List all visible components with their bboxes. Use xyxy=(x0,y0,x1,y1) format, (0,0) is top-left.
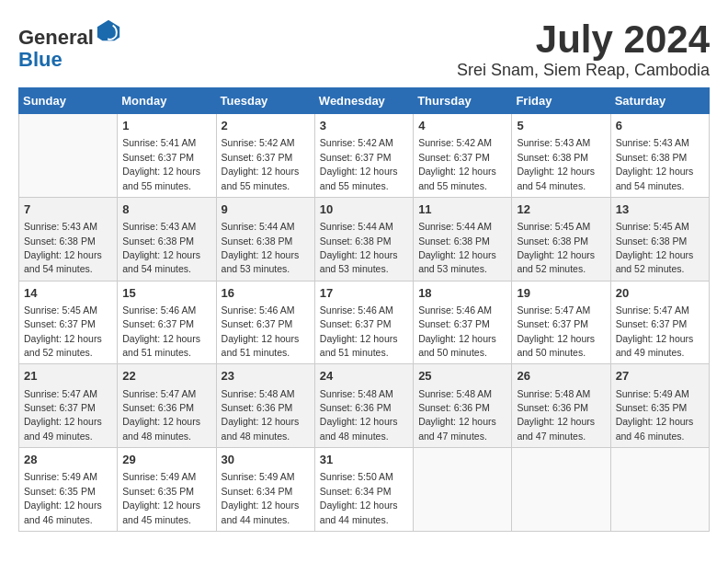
day-number: 17 xyxy=(320,285,408,302)
day-number: 19 xyxy=(517,285,605,302)
day-number: 2 xyxy=(222,118,310,134)
day-info: Sunrise: 5:49 AMSunset: 6:35 PMDaylight:… xyxy=(24,471,102,524)
table-row: 31 Sunrise: 5:50 AMSunset: 6:34 PMDaylig… xyxy=(314,448,413,532)
day-info: Sunrise: 5:44 AMSunset: 6:38 PMDaylight:… xyxy=(418,221,496,274)
day-number: 4 xyxy=(418,118,506,134)
day-info: Sunrise: 5:41 AMSunset: 6:37 PMDaylight:… xyxy=(122,137,200,190)
month-title: July 2024 xyxy=(457,18,710,61)
day-info: Sunrise: 5:49 AMSunset: 6:34 PMDaylight:… xyxy=(222,471,300,524)
table-row: 5 Sunrise: 5:43 AMSunset: 6:38 PMDayligh… xyxy=(512,114,610,198)
logo-icon xyxy=(96,18,121,44)
weekday-monday: Monday xyxy=(118,88,216,114)
day-number: 7 xyxy=(24,201,112,218)
table-row xyxy=(610,448,709,532)
day-number: 24 xyxy=(320,368,408,385)
calendar-week-5: 28 Sunrise: 5:49 AMSunset: 6:35 PMDaylig… xyxy=(19,448,710,532)
day-info: Sunrise: 5:47 AMSunset: 6:36 PMDaylight:… xyxy=(122,388,200,442)
title-block: July 2024 Srei Snam, Siem Reap, Cambodia xyxy=(457,18,710,80)
day-number: 31 xyxy=(320,452,408,468)
table-row: 17 Sunrise: 5:46 AMSunset: 6:37 PMDaylig… xyxy=(314,281,413,364)
day-number: 23 xyxy=(222,368,310,385)
day-info: Sunrise: 5:44 AMSunset: 6:38 PMDaylight:… xyxy=(222,221,300,274)
table-row: 14 Sunrise: 5:45 AMSunset: 6:37 PMDaylig… xyxy=(19,281,118,364)
table-row: 24 Sunrise: 5:48 AMSunset: 6:36 PMDaylig… xyxy=(314,364,413,448)
table-row xyxy=(414,448,512,532)
table-row: 30 Sunrise: 5:49 AMSunset: 6:34 PMDaylig… xyxy=(216,448,314,532)
day-number: 14 xyxy=(24,285,112,302)
logo-blue: Blue xyxy=(18,48,63,71)
table-row: 25 Sunrise: 5:48 AMSunset: 6:36 PMDaylig… xyxy=(414,364,512,448)
table-row: 6 Sunrise: 5:43 AMSunset: 6:38 PMDayligh… xyxy=(610,114,709,198)
weekday-friday: Friday xyxy=(512,88,610,114)
day-info: Sunrise: 5:45 AMSunset: 6:38 PMDaylight:… xyxy=(616,221,694,274)
day-number: 30 xyxy=(222,452,310,468)
logo: General Blue xyxy=(18,18,121,71)
day-number: 6 xyxy=(616,118,704,134)
table-row: 12 Sunrise: 5:45 AMSunset: 6:38 PMDaylig… xyxy=(512,197,610,281)
day-info: Sunrise: 5:42 AMSunset: 6:37 PMDaylight:… xyxy=(320,137,398,190)
day-number: 15 xyxy=(122,285,210,302)
day-info: Sunrise: 5:49 AMSunset: 6:35 PMDaylight:… xyxy=(122,471,200,524)
table-row: 26 Sunrise: 5:48 AMSunset: 6:36 PMDaylig… xyxy=(512,364,610,448)
day-number: 16 xyxy=(222,285,310,302)
day-info: Sunrise: 5:48 AMSunset: 6:36 PMDaylight:… xyxy=(222,388,300,442)
day-info: Sunrise: 5:50 AMSunset: 6:34 PMDaylight:… xyxy=(320,471,398,524)
calendar-week-1: 1 Sunrise: 5:41 AMSunset: 6:37 PMDayligh… xyxy=(19,114,710,198)
day-info: Sunrise: 5:46 AMSunset: 6:37 PMDaylight:… xyxy=(320,304,398,358)
day-info: Sunrise: 5:43 AMSunset: 6:38 PMDaylight:… xyxy=(616,137,694,190)
table-row: 20 Sunrise: 5:47 AMSunset: 6:37 PMDaylig… xyxy=(610,281,709,364)
day-info: Sunrise: 5:42 AMSunset: 6:37 PMDaylight:… xyxy=(418,137,496,190)
calendar-week-2: 7 Sunrise: 5:43 AMSunset: 6:38 PMDayligh… xyxy=(19,197,710,281)
day-number: 20 xyxy=(616,285,704,302)
table-row: 3 Sunrise: 5:42 AMSunset: 6:37 PMDayligh… xyxy=(314,114,413,198)
day-info: Sunrise: 5:48 AMSunset: 6:36 PMDaylight:… xyxy=(517,388,595,442)
day-number: 13 xyxy=(616,201,704,218)
day-info: Sunrise: 5:44 AMSunset: 6:38 PMDaylight:… xyxy=(320,221,398,274)
weekday-header-row: SundayMondayTuesdayWednesdayThursdayFrid… xyxy=(19,88,710,114)
table-row: 9 Sunrise: 5:44 AMSunset: 6:38 PMDayligh… xyxy=(216,197,314,281)
weekday-tuesday: Tuesday xyxy=(216,88,314,114)
day-info: Sunrise: 5:47 AMSunset: 6:37 PMDaylight:… xyxy=(517,304,595,358)
day-number: 21 xyxy=(24,368,112,385)
day-number: 18 xyxy=(418,285,506,302)
table-row: 15 Sunrise: 5:46 AMSunset: 6:37 PMDaylig… xyxy=(118,281,216,364)
day-number: 11 xyxy=(418,201,506,218)
table-row: 4 Sunrise: 5:42 AMSunset: 6:37 PMDayligh… xyxy=(414,114,512,198)
day-info: Sunrise: 5:49 AMSunset: 6:35 PMDaylight:… xyxy=(616,388,694,442)
table-row: 27 Sunrise: 5:49 AMSunset: 6:35 PMDaylig… xyxy=(610,364,709,448)
weekday-sunday: Sunday xyxy=(19,88,118,114)
day-number: 27 xyxy=(616,368,704,385)
day-info: Sunrise: 5:46 AMSunset: 6:37 PMDaylight:… xyxy=(122,304,200,358)
day-info: Sunrise: 5:48 AMSunset: 6:36 PMDaylight:… xyxy=(418,388,496,442)
table-row xyxy=(512,448,610,532)
table-row: 7 Sunrise: 5:43 AMSunset: 6:38 PMDayligh… xyxy=(19,197,118,281)
day-info: Sunrise: 5:43 AMSunset: 6:38 PMDaylight:… xyxy=(517,137,595,190)
location-title: Srei Snam, Siem Reap, Cambodia xyxy=(457,61,710,80)
day-info: Sunrise: 5:43 AMSunset: 6:38 PMDaylight:… xyxy=(24,221,102,274)
day-info: Sunrise: 5:45 AMSunset: 6:38 PMDaylight:… xyxy=(517,221,595,274)
day-info: Sunrise: 5:43 AMSunset: 6:38 PMDaylight:… xyxy=(122,221,200,274)
day-info: Sunrise: 5:47 AMSunset: 6:37 PMDaylight:… xyxy=(616,304,694,358)
day-number: 28 xyxy=(24,452,112,468)
day-info: Sunrise: 5:46 AMSunset: 6:37 PMDaylight:… xyxy=(418,304,496,358)
day-info: Sunrise: 5:42 AMSunset: 6:37 PMDaylight:… xyxy=(222,137,300,190)
day-number: 1 xyxy=(122,118,210,134)
weekday-saturday: Saturday xyxy=(610,88,709,114)
table-row xyxy=(19,114,118,198)
page-header: General Blue July 2024 Srei Snam, Siem R… xyxy=(18,18,710,80)
table-row: 21 Sunrise: 5:47 AMSunset: 6:37 PMDaylig… xyxy=(19,364,118,448)
day-number: 22 xyxy=(122,368,210,385)
day-info: Sunrise: 5:47 AMSunset: 6:37 PMDaylight:… xyxy=(24,388,102,442)
day-info: Sunrise: 5:46 AMSunset: 6:37 PMDaylight:… xyxy=(222,304,300,358)
day-number: 3 xyxy=(320,118,408,134)
weekday-wednesday: Wednesday xyxy=(314,88,413,114)
day-number: 25 xyxy=(418,368,506,385)
table-row: 18 Sunrise: 5:46 AMSunset: 6:37 PMDaylig… xyxy=(414,281,512,364)
table-row: 29 Sunrise: 5:49 AMSunset: 6:35 PMDaylig… xyxy=(118,448,216,532)
calendar-week-3: 14 Sunrise: 5:45 AMSunset: 6:37 PMDaylig… xyxy=(19,281,710,364)
table-row: 8 Sunrise: 5:43 AMSunset: 6:38 PMDayligh… xyxy=(118,197,216,281)
table-row: 13 Sunrise: 5:45 AMSunset: 6:38 PMDaylig… xyxy=(610,197,709,281)
table-row: 28 Sunrise: 5:49 AMSunset: 6:35 PMDaylig… xyxy=(19,448,118,532)
table-row: 11 Sunrise: 5:44 AMSunset: 6:38 PMDaylig… xyxy=(414,197,512,281)
calendar-week-4: 21 Sunrise: 5:47 AMSunset: 6:37 PMDaylig… xyxy=(19,364,710,448)
